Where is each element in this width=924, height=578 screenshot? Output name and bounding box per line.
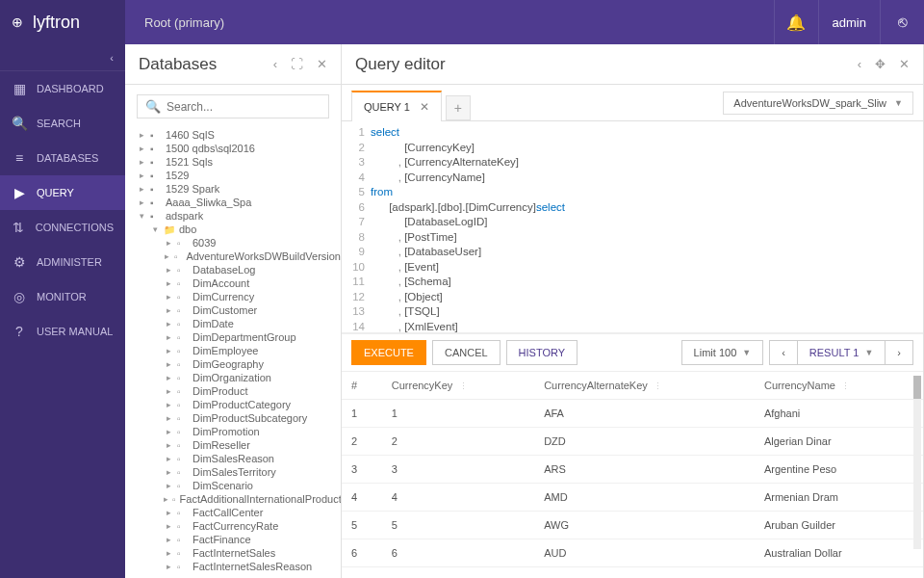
result-select[interactable]: RESULT 1 ▼ <box>798 340 886 365</box>
tree-item[interactable]: ▸▫DimEmployee <box>137 344 341 357</box>
scrollbar-thumb[interactable] <box>913 376 921 399</box>
tree-item[interactable]: ▸▪1460 SqlS <box>137 128 341 142</box>
tab-close-icon[interactable]: ✕ <box>420 100 429 114</box>
nav-item-dashboard[interactable]: ▦DASHBOARD <box>0 71 125 106</box>
nav-item-user-manual[interactable]: ?USER MANUAL <box>0 314 125 349</box>
tree-toggle-icon[interactable]: ▸ <box>164 386 173 396</box>
nav-item-databases[interactable]: ≡DATABASES <box>0 141 125 175</box>
tree-toggle-icon[interactable]: ▸ <box>164 346 173 355</box>
tree-item[interactable]: ▸▫DimProductSubcategory <box>137 411 341 425</box>
tree-toggle-icon[interactable]: ▸ <box>164 521 173 531</box>
editor-close-icon[interactable]: ✕ <box>899 57 910 71</box>
result-next-button[interactable]: › <box>886 340 913 365</box>
tree-item[interactable]: ▸▫DatabaseLog <box>137 263 341 276</box>
execute-button[interactable]: EXECUTE <box>351 340 426 365</box>
code-body[interactable]: select [CurrencyKey] , [CurrencyAlternat… <box>371 125 923 333</box>
table-row[interactable]: 22DZDAlgerian Dinar <box>342 428 923 456</box>
tree-toggle-icon[interactable]: ▸ <box>137 130 146 140</box>
tree-item[interactable]: ▸▫DimSalesTerritory <box>137 465 341 479</box>
column-header[interactable]: CurrencyName ⋮ <box>755 372 923 400</box>
tree-toggle-icon[interactable]: ▸ <box>137 157 146 167</box>
tree-item[interactable]: ▾▪adspark <box>137 209 341 223</box>
tree-item[interactable]: ▸▪1521 Sqls <box>137 155 341 169</box>
limit-select[interactable]: Limit 100 ▼ <box>681 340 764 365</box>
tree-item[interactable]: ▸▫AdventureWorksDWBuildVersion <box>137 250 341 263</box>
tree-toggle-icon[interactable]: ▸ <box>164 508 173 517</box>
tree-toggle-icon[interactable]: ▸ <box>164 305 173 315</box>
tree-toggle-icon[interactable]: ▸ <box>164 278 173 288</box>
cancel-button[interactable]: CANCEL <box>432 340 500 365</box>
tree-item[interactable]: ▸▫FactAdditionalInternationalProductDe..… <box>137 492 341 506</box>
logout-icon[interactable]: ⎋ <box>880 0 924 44</box>
tree-toggle-icon[interactable]: ▸ <box>164 359 173 369</box>
tree-toggle-icon[interactable]: ▸ <box>164 427 173 436</box>
tree-item[interactable]: ▸▫DimReseller <box>137 438 341 452</box>
tree-item[interactable]: ▸▫DimScenario <box>137 479 341 492</box>
column-header[interactable]: CurrencyAlternateKey ⋮ <box>534 372 755 400</box>
notifications-icon[interactable]: 🔔 <box>774 0 818 44</box>
tree-toggle-icon[interactable]: ▸ <box>137 184 146 194</box>
tree-toggle-icon[interactable]: ▸ <box>164 265 173 275</box>
tree-item[interactable]: ▸▫DimOrganization <box>137 371 341 384</box>
tree-item[interactable]: ▾📁dbo <box>137 223 341 236</box>
search-box[interactable]: 🔍 <box>137 94 329 118</box>
nav-item-monitor[interactable]: ◎MONITOR <box>0 279 125 314</box>
tree-item[interactable]: ▸▫DimPromotion <box>137 425 341 438</box>
tree-item[interactable]: ▸▫DimProduct <box>137 384 341 398</box>
tree-item[interactable]: ▸▫FactInternetSales <box>137 546 341 560</box>
code-editor[interactable]: 12345678910111213141516 select [Currency… <box>342 121 923 333</box>
tree-item[interactable]: ▸▫DimProductCategory <box>137 398 341 411</box>
sidebar-collapse[interactable]: ‹ <box>0 44 125 71</box>
nav-item-connections[interactable]: ⇅CONNECTIONS <box>0 210 125 245</box>
tree-toggle-icon[interactable]: ▸ <box>164 413 173 423</box>
tree-toggle-icon[interactable]: ▸ <box>164 548 173 558</box>
panel-expand-icon[interactable]: ⛶ <box>291 57 303 71</box>
tree-toggle-icon[interactable]: ▸ <box>164 481 173 490</box>
tree-item[interactable]: ▸▫DimCurrency <box>137 290 341 303</box>
table-row[interactable]: 11AFAAfghani <box>342 400 923 428</box>
table-row[interactable]: 66AUDAustralian Dollar <box>342 539 923 567</box>
tree-toggle-icon[interactable]: ▸ <box>164 467 173 477</box>
tree-toggle-icon[interactable]: ▸ <box>164 454 173 463</box>
add-tab-button[interactable]: + <box>446 95 471 120</box>
tree-toggle-icon[interactable]: ▾ <box>137 211 146 221</box>
tree-item[interactable]: ▸▫FactCurrencyRate <box>137 519 341 533</box>
tree-toggle-icon[interactable]: ▸ <box>137 171 146 180</box>
tree-toggle-icon[interactable]: ▸ <box>164 400 173 409</box>
database-select[interactable]: AdventureWorksDW_spark_Sliw ▼ <box>723 92 913 115</box>
tree-toggle-icon[interactable]: ▸ <box>164 238 173 248</box>
tree-item[interactable]: ▸▫DimDepartmentGroup <box>137 330 341 344</box>
tree-item[interactable]: ▸▪1529 <box>137 169 341 182</box>
tree-item[interactable]: ▸▪Aaaa_Sliwka_Spa <box>137 196 341 209</box>
table-row[interactable]: 44AMDArmenian Dram <box>342 484 923 512</box>
tree-item[interactable]: ▸▫FactFinance <box>137 533 341 546</box>
tree-item[interactable]: ▸▫DimSalesReason <box>137 452 341 465</box>
column-header[interactable]: CurrencyKey ⋮ <box>382 372 534 400</box>
nav-item-query[interactable]: ▶QUERY <box>0 175 125 210</box>
tree-toggle-icon[interactable]: ▾ <box>150 224 160 234</box>
tree-toggle-icon[interactable]: ▸ <box>164 319 173 328</box>
editor-collapse-icon[interactable]: ✥ <box>875 57 886 71</box>
tree-toggle-icon[interactable]: ▸ <box>137 144 146 153</box>
tree-toggle-icon[interactable]: ▸ <box>137 197 146 207</box>
tree-toggle-icon[interactable]: ▸ <box>164 251 170 261</box>
nav-item-search[interactable]: 🔍SEARCH <box>0 106 125 141</box>
table-row[interactable]: 33ARSArgentine Peso <box>342 456 923 484</box>
tree-item[interactable]: ▸▫DimAccount <box>137 276 341 290</box>
tree-item[interactable]: ▸▫6039 <box>137 236 341 250</box>
column-header[interactable]: # <box>342 372 382 400</box>
tree-item[interactable]: ▸▫DimCustomer <box>137 303 341 317</box>
tree-toggle-icon[interactable]: ▸ <box>164 494 168 504</box>
tree-toggle-icon[interactable]: ▸ <box>164 373 173 382</box>
tree-toggle-icon[interactable]: ▸ <box>164 562 173 571</box>
breadcrumb[interactable]: Root (primary) <box>125 15 224 30</box>
panel-back-icon[interactable]: ‹ <box>273 57 277 71</box>
search-input[interactable] <box>167 100 321 114</box>
tree-item[interactable]: ▸▫FactInternetSalesReason <box>137 560 341 573</box>
table-row[interactable]: 55AWGAruban Guilder <box>342 512 923 539</box>
editor-back-icon[interactable]: ‹ <box>858 57 861 71</box>
tree-item[interactable]: ▸▫DimDate <box>137 317 341 330</box>
tree-item[interactable]: ▸▫FactCallCenter <box>137 506 341 519</box>
tree-toggle-icon[interactable]: ▸ <box>164 535 173 544</box>
tree-item[interactable]: ▸▫DimGeography <box>137 357 341 371</box>
